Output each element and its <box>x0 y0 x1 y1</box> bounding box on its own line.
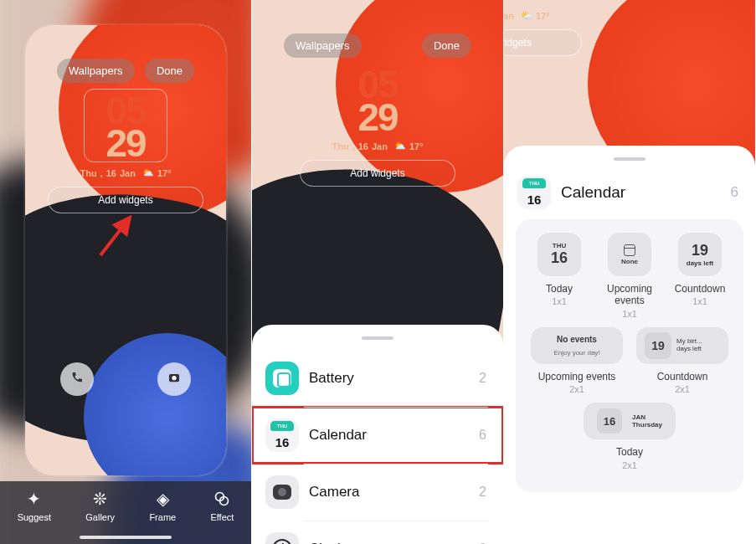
category-camera[interactable]: Camera 2 <box>252 464 503 521</box>
clock-minutes: 29 <box>336 101 419 134</box>
calendar-icon-label: THU <box>522 178 546 188</box>
category-camera-count: 2 <box>479 485 486 500</box>
lockscreen-center: 05 29 Thu, 16 Jan ⛅ 17° Add widgets <box>42 89 209 213</box>
widget-countdown-sub: days left <box>687 259 713 267</box>
widget-countdown-2x1[interactable]: 19 My birt... days left Countdown 2x1 <box>632 327 733 394</box>
editor-toolbar: ✦ Suggest ❊ Gallery ◈ Frame Effect <box>0 481 251 544</box>
widget-today2-size: 2x1 <box>622 460 637 470</box>
widget-upcoming2-line1: No events <box>557 335 597 344</box>
widget-countdown2-size: 2x1 <box>675 384 690 394</box>
done-button[interactable]: Done <box>145 59 194 83</box>
camera-icon <box>167 371 181 387</box>
weather-temp: 17° <box>536 11 550 21</box>
clock-widget: 05 29 <box>504 0 546 5</box>
add-widgets-button[interactable]: Add widgets <box>300 160 455 187</box>
add-widgets-button[interactable]: Add widgets <box>504 29 582 56</box>
category-calendar[interactable]: THU 16 Calendar 6 <box>252 407 503 464</box>
widget-countdown2-num: 19 <box>645 332 671 359</box>
category-calendar-count: 6 <box>479 428 486 443</box>
sheet-header: THU 16 Calendar 6 <box>504 171 755 219</box>
widget-countdown-name: Countdown <box>675 283 726 295</box>
panel-calendar-widgets: 05 29 Thu, 16 Jan ⛅ 17° Add widgets THU … <box>504 0 756 544</box>
widget-today2-name: Today <box>616 446 643 458</box>
category-battery-label: Battery <box>309 370 479 387</box>
calendar-icon: THU 16 <box>517 176 551 209</box>
widget-upcoming-none: None <box>621 258 638 265</box>
calendar-widgets-sheet: THU 16 Calendar 6 THU 16 Today 1x1 <box>504 146 755 544</box>
clock-widget: 05 29 <box>336 64 419 136</box>
widget-today-name: Today <box>546 283 573 295</box>
lockscreen-preview-frame: Wallpapers Done 05 29 Thu, 16 Jan ⛅ 17° … <box>25 25 226 475</box>
flower-icon: ❊ <box>91 490 110 508</box>
lockscreen-center: 05 29 Thu, 16 Jan ⛅ 17° Add widgets <box>294 64 461 187</box>
weather-icon: ⛅ <box>521 10 532 21</box>
widget-today-abbr: THU <box>553 242 566 249</box>
date-month: Jan <box>504 11 514 21</box>
gesture-nav-bar[interactable] <box>80 536 172 539</box>
add-widgets-button[interactable]: Add widgets <box>48 187 203 213</box>
widget-today-num: 16 <box>551 249 568 267</box>
date-weather-row: Thu, 16 Jan ⛅ 17° <box>294 141 461 151</box>
panel-widget-categories: Wallpapers Done 05 29 Thu, 16 Jan ⛅ 17° … <box>252 0 504 544</box>
category-camera-label: Camera <box>309 484 479 500</box>
calendar-icon-day: 16 <box>527 192 542 207</box>
wallpapers-button[interactable]: Wallpapers <box>284 33 362 58</box>
lockscreen-center: 05 29 Thu, 16 Jan ⛅ 17° Add widgets <box>504 0 588 142</box>
calendar-grid-icon <box>624 244 635 256</box>
calendar-icon-label: THU <box>270 421 294 431</box>
svg-point-1 <box>172 376 176 380</box>
done-button[interactable]: Done <box>422 33 471 58</box>
clock-app-icon <box>265 532 299 544</box>
sheet-drag-handle[interactable] <box>362 336 393 340</box>
widget-countdown-size: 1x1 <box>692 296 707 306</box>
camera-shortcut-button[interactable] <box>157 362 191 396</box>
clock-minutes: 29 <box>85 127 167 160</box>
date-month: Jan <box>372 141 388 151</box>
widget-today2-line2: Thursday <box>632 421 662 429</box>
category-clock-label: Clock <box>309 541 479 544</box>
widget-upcoming2-line2: Enjoy your day! <box>553 349 599 357</box>
battery-icon <box>265 362 299 395</box>
category-battery[interactable]: Battery 2 <box>252 350 503 407</box>
clock-minutes: 29 <box>504 0 546 3</box>
clock-widget[interactable]: 05 29 <box>84 89 167 162</box>
calendar-icon: THU 16 <box>265 418 299 452</box>
widget-upcoming-1x1[interactable]: None Upcoming events 1x1 <box>596 233 663 319</box>
widget-countdown2-line2: days left <box>676 346 702 353</box>
date-weather-row[interactable]: Thu, 16 Jan ⛅ 17° <box>42 167 209 178</box>
category-clock[interactable]: Clock 2 <box>252 521 503 544</box>
diamond-icon: ◈ <box>153 490 172 508</box>
widget-countdown-1x1[interactable]: 19 days left Countdown 1x1 <box>666 233 733 319</box>
weather-icon: ⛅ <box>142 167 154 178</box>
widget-upcoming2-name: Upcoming events <box>538 371 616 382</box>
widget-today-2x1[interactable]: 16 JAN Thursday Today 2x1 <box>579 403 680 470</box>
date-day-short: Thu <box>80 168 96 178</box>
phone-shortcut-button[interactable] <box>60 362 94 396</box>
wallpapers-button[interactable]: Wallpapers <box>57 59 135 83</box>
widget-countdown2-name: Countdown <box>657 371 708 382</box>
date-month: Jan <box>120 168 136 178</box>
weather-temp: 17° <box>157 168 172 178</box>
calendar-icon-day: 16 <box>275 435 290 449</box>
toolbar-gallery[interactable]: ❊ Gallery <box>85 490 115 522</box>
category-calendar-label: Calendar <box>309 427 479 444</box>
widget-today2-num: 16 <box>597 408 622 434</box>
toolbar-frame[interactable]: ◈ Frame <box>149 490 176 522</box>
toolbar-effect-label: Effect <box>210 512 234 522</box>
weather-temp: 17° <box>409 141 424 151</box>
widget-upcoming-2x1[interactable]: No events Enjoy your day! Upcoming event… <box>527 327 627 394</box>
widget-today-1x1[interactable]: THU 16 Today 1x1 <box>526 233 593 319</box>
camera-app-icon <box>265 475 299 509</box>
toolbar-frame-label: Frame <box>149 512 176 522</box>
sheet-count: 6 <box>731 184 738 201</box>
toolbar-suggest[interactable]: ✦ Suggest <box>18 490 51 522</box>
widgets-grid[interactable]: THU 16 Today 1x1 None Upcoming events 1x… <box>516 219 743 492</box>
date-day-num: 16 <box>358 141 368 151</box>
widget-today-size: 1x1 <box>552 296 567 306</box>
toolbar-suggest-label: Suggest <box>18 512 51 522</box>
toolbar-effect[interactable]: Effect <box>210 490 234 522</box>
panel-lock-editor: Wallpapers Done 05 29 Thu, 16 Jan ⛅ 17° … <box>0 0 252 544</box>
circles-icon <box>213 490 231 508</box>
sheet-drag-handle[interactable] <box>614 157 645 161</box>
weather-icon: ⛅ <box>394 141 406 151</box>
